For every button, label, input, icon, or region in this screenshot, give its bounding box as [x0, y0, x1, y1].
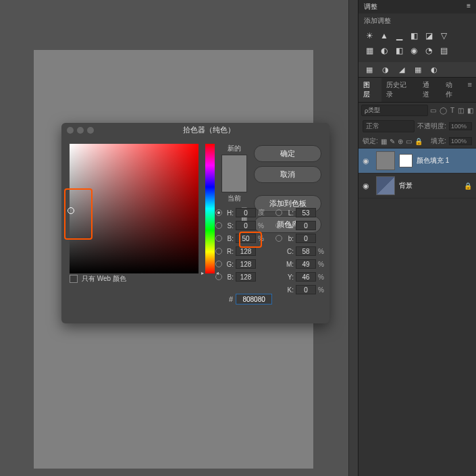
lock-label: 锁定: [363, 136, 378, 146]
r-input[interactable] [236, 246, 256, 256]
bw-icon[interactable]: ◐ [379, 46, 390, 55]
tab-actions[interactable]: 动作 [441, 78, 464, 102]
more-adjust-icon[interactable]: ◐ [429, 65, 440, 74]
lock-all-icon[interactable]: 🔒 [415, 138, 423, 145]
posterize-icon[interactable]: ▤ [438, 46, 449, 55]
fill-label: 填充: [431, 136, 446, 146]
lab-b-input[interactable] [296, 234, 316, 243]
panel-menu-icon[interactable]: ≡ [464, 78, 476, 102]
filter-smart-icon[interactable]: ◧ [467, 107, 473, 114]
h-input[interactable] [236, 208, 256, 217]
g-label: G: [224, 261, 234, 268]
lock-paint-icon[interactable]: ✎ [390, 138, 395, 145]
c-input[interactable] [296, 246, 316, 256]
layer-filter-row: ρ 类型 ▭ ◯ T ◫ ◧ [359, 103, 476, 118]
k-input[interactable] [296, 285, 316, 294]
lock-row: 锁定: ▦ ✎ ⊕ ▭ 🔒 填充: 100% [359, 134, 476, 148]
dialog-titlebar[interactable]: 拾色器（纯色） [61, 123, 329, 137]
l-input[interactable] [296, 208, 316, 217]
l-radio[interactable] [275, 209, 282, 216]
layer-thumbnail[interactable] [376, 151, 395, 170]
lock-position-icon[interactable]: ⊕ [398, 138, 403, 145]
r-radio[interactable] [215, 248, 222, 255]
color-balance-icon[interactable]: ▦ [364, 46, 375, 55]
adjustment-icons-row1: ☀ ▲ ▁ ◧ ◪ ▽ [359, 28, 476, 43]
fill-input[interactable]: 100% [449, 137, 472, 145]
layer-mask-thumbnail[interactable] [399, 154, 413, 167]
levels-icon[interactable]: ▲ [379, 31, 390, 41]
tab-history[interactable]: 历史记录 [381, 78, 418, 102]
bl-radio[interactable] [215, 273, 222, 280]
a-radio[interactable] [275, 222, 282, 229]
lock-icon: 🔒 [464, 182, 472, 190]
ok-button[interactable]: 确定 [254, 145, 321, 162]
selective-color-icon[interactable]: ▦ [413, 65, 423, 74]
s-label: S: [224, 222, 234, 230]
c-label: C: [284, 248, 294, 255]
panel-tabs: 图层 历史记录 通道 动作 ≡ [359, 78, 476, 103]
g-input[interactable] [236, 259, 256, 269]
exposure-icon[interactable]: ◧ [408, 31, 419, 41]
y-input[interactable] [296, 272, 316, 282]
h-radio[interactable] [215, 209, 222, 216]
lab-b-radio[interactable] [275, 235, 282, 242]
brightness-icon[interactable]: ☀ [364, 31, 375, 41]
blend-mode-dropdown[interactable]: 正常 [363, 120, 415, 132]
l-label: L: [284, 209, 294, 217]
curves-icon[interactable]: ▁ [394, 31, 404, 41]
s-input[interactable] [236, 221, 256, 230]
current-color-label: 当前 [221, 194, 247, 203]
filter-pixel-icon[interactable]: ▭ [430, 107, 436, 114]
channel-mixer-icon[interactable]: ◉ [408, 46, 419, 55]
close-icon[interactable] [67, 127, 74, 134]
filter-adjust-icon[interactable]: ◯ [440, 107, 447, 114]
lock-transparency-icon[interactable]: ▦ [381, 138, 387, 145]
color-preview-swatch[interactable] [221, 155, 247, 192]
gradient-map-icon[interactable]: ◢ [396, 65, 407, 74]
h-label: H: [224, 209, 234, 217]
tab-channels[interactable]: 通道 [418, 78, 441, 102]
opacity-input[interactable]: 100% [449, 122, 472, 130]
tab-layers[interactable]: 图层 [359, 78, 381, 102]
color-field[interactable] [70, 144, 199, 273]
m-input[interactable] [296, 259, 316, 269]
invert-icon[interactable]: ▦ [364, 65, 375, 74]
layer-item[interactable]: ◉ 颜色填充 1 [359, 149, 476, 174]
hex-row: # [229, 294, 272, 305]
k-label: K: [284, 286, 294, 294]
filter-type-icon[interactable]: T [450, 107, 454, 114]
minimize-icon[interactable] [77, 127, 84, 134]
s-radio[interactable] [215, 222, 222, 229]
hue-icon[interactable]: ▽ [438, 31, 449, 41]
vertical-scrollbar[interactable] [348, 0, 358, 476]
adjustment-icons-row3: ▦ ◑ ◢ ▦ ◐ [359, 62, 476, 77]
bl-label: B: [224, 273, 234, 281]
layer-name: 背景 [399, 181, 460, 190]
vibrance-icon[interactable]: ◪ [423, 31, 434, 41]
visibility-icon[interactable]: ◉ [363, 157, 372, 165]
layer-item[interactable]: ◉ 背景 🔒 [359, 174, 476, 199]
g-radio[interactable] [215, 261, 222, 267]
cancel-button[interactable]: 取消 [254, 166, 321, 183]
visibility-icon[interactable]: ◉ [363, 182, 372, 190]
threshold-icon[interactable]: ◑ [380, 65, 391, 74]
layer-filter-dropdown[interactable]: ρ 类型 [361, 105, 428, 116]
web-colors-label: 只有 Web 颜色 [82, 274, 126, 284]
lookup-icon[interactable]: ◔ [423, 46, 434, 55]
filter-shape-icon[interactable]: ◫ [458, 107, 464, 114]
a-input[interactable] [296, 221, 316, 230]
hex-input[interactable] [236, 294, 272, 305]
layer-thumbnail[interactable] [376, 176, 395, 195]
panel-menu-icon[interactable]: ≡ [467, 2, 471, 11]
photo-filter-icon[interactable]: ◧ [394, 46, 404, 55]
web-colors-checkbox[interactable] [70, 275, 78, 283]
color-value-inputs: H:度 S:% B:% R: G: B: L: a: b: C:% M:% Y:… [215, 208, 326, 294]
bl-input[interactable] [236, 272, 256, 282]
hue-slider[interactable]: ▸◂ [205, 144, 215, 273]
b-input[interactable] [236, 234, 256, 243]
color-picker-dialog: 拾色器（纯色） ▸◂ 新的 当前 ▣ ▦ 确定 取消 添加到色板 颜色库 [61, 123, 329, 323]
b-radio[interactable] [215, 235, 222, 242]
blend-mode-row: 正常 不透明度: 100% [359, 118, 476, 134]
lock-artboard-icon[interactable]: ▭ [406, 138, 412, 145]
maximize-icon[interactable] [87, 127, 94, 134]
